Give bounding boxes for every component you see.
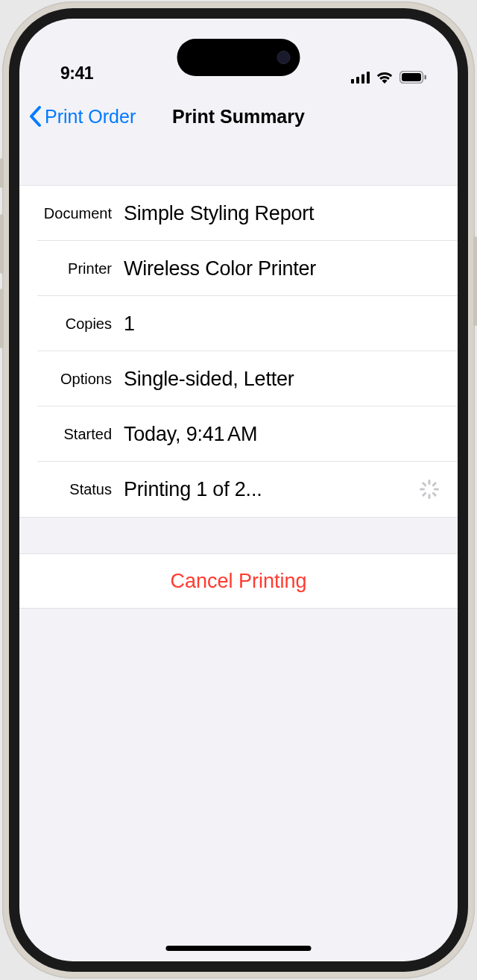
row-label: Document bbox=[28, 205, 124, 222]
svg-rect-0 bbox=[351, 79, 354, 84]
spinner-icon bbox=[419, 479, 440, 500]
battery-icon bbox=[399, 71, 426, 84]
row-value: Single-sided, Letter bbox=[124, 368, 440, 391]
row-value: Printing 1 of 2... bbox=[124, 478, 419, 501]
svg-rect-3 bbox=[367, 72, 370, 84]
svg-rect-7 bbox=[429, 480, 431, 485]
row-label: Printer bbox=[28, 260, 124, 277]
back-button[interactable]: Print Order bbox=[28, 105, 136, 128]
dynamic-island bbox=[177, 39, 300, 76]
svg-rect-13 bbox=[420, 489, 425, 491]
svg-rect-2 bbox=[361, 74, 364, 84]
summary-row-status: Status Printing 1 of 2... bbox=[19, 462, 458, 517]
summary-row-copies: Copies 1 bbox=[19, 296, 458, 351]
summary-row-options: Options Single-sided, Letter bbox=[19, 351, 458, 406]
status-icons bbox=[351, 71, 426, 84]
page-title: Print Summary bbox=[172, 106, 305, 128]
back-label: Print Order bbox=[45, 106, 136, 128]
row-value: 1 bbox=[124, 312, 440, 336]
row-label: Options bbox=[28, 371, 124, 388]
row-label: Copies bbox=[28, 315, 124, 333]
navigation-bar: Print Order Print Summary bbox=[19, 89, 458, 143]
status-time: 9:41 bbox=[60, 63, 93, 84]
phone-bezel: 9:41 bbox=[9, 8, 468, 972]
svg-rect-6 bbox=[425, 75, 427, 80]
svg-rect-14 bbox=[422, 482, 427, 487]
side-button bbox=[0, 289, 4, 348]
svg-rect-10 bbox=[432, 491, 437, 497]
cellular-icon bbox=[351, 72, 370, 84]
side-button bbox=[473, 236, 477, 326]
row-label: Status bbox=[28, 481, 124, 498]
svg-rect-9 bbox=[434, 489, 439, 491]
summary-row-printer: Printer Wireless Color Printer bbox=[19, 241, 458, 296]
home-indicator[interactable] bbox=[166, 946, 312, 951]
summary-row-started: Started Today, 9:41 AM bbox=[19, 406, 458, 462]
row-value: Today, 9:41 AM bbox=[124, 423, 440, 446]
row-label: Started bbox=[28, 426, 124, 443]
cancel-printing-button[interactable]: Cancel Printing bbox=[19, 554, 458, 608]
row-value: Wireless Color Printer bbox=[124, 257, 440, 280]
section-gap bbox=[19, 518, 458, 553]
side-button bbox=[0, 214, 4, 274]
svg-rect-5 bbox=[402, 73, 421, 81]
content-area: Document Simple Styling Report Printer W… bbox=[19, 143, 458, 609]
svg-rect-1 bbox=[356, 77, 359, 84]
wifi-icon bbox=[376, 71, 394, 84]
row-value: Simple Styling Report bbox=[124, 202, 440, 225]
svg-rect-11 bbox=[429, 494, 431, 499]
summary-section: Document Simple Styling Report Printer W… bbox=[19, 185, 458, 518]
cancel-section: Cancel Printing bbox=[19, 553, 458, 609]
summary-row-document: Document Simple Styling Report bbox=[19, 186, 458, 241]
side-button bbox=[0, 158, 4, 188]
phone-frame: 9:41 bbox=[2, 1, 475, 979]
front-camera-icon bbox=[277, 51, 291, 64]
spacer bbox=[19, 143, 458, 185]
screen: 9:41 bbox=[19, 19, 458, 961]
svg-rect-8 bbox=[432, 482, 437, 487]
chevron-left-icon bbox=[28, 105, 42, 128]
svg-rect-12 bbox=[422, 491, 427, 497]
